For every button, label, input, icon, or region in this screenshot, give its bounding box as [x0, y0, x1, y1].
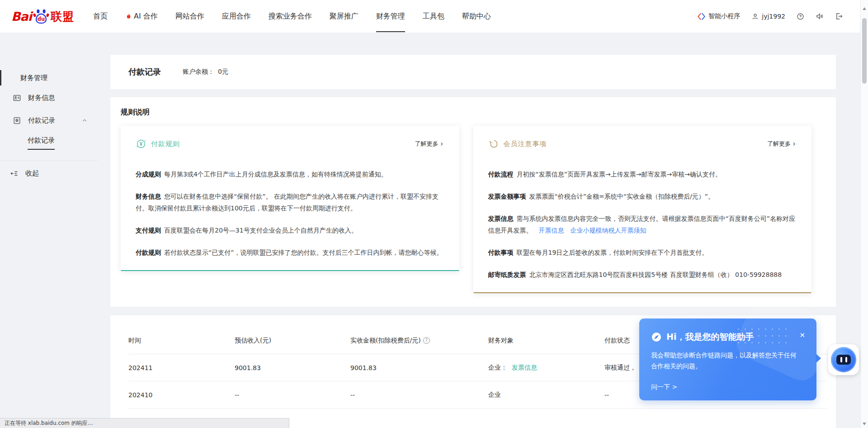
rule-text: 北京市海淀区西北旺东路10号院百度科技园5号楼 百度联盟财务组（收） 010-5… — [529, 271, 782, 278]
member-notice-more-link[interactable]: 了解更多› — [767, 140, 796, 148]
nav-finance-management[interactable]: 财务管理 — [376, 0, 405, 33]
collapse-icon — [10, 169, 19, 178]
invoice-info-link[interactable]: 开票信息 — [539, 227, 564, 234]
rules-section: 规则说明 付款规则 了解更多› — [110, 97, 836, 307]
browser-status-bar: 正在等待 xlab.baidu.com 的响应... — [0, 418, 289, 428]
member-notice-title: 会员注意事项 — [504, 140, 547, 148]
question-circle-icon[interactable]: ? — [423, 337, 430, 344]
rule-text: 联盟在每月19日之后签收的发票，付款时间安排在下个月首批支付。 — [517, 249, 708, 256]
sidebar-item-payment-records[interactable]: 付款记录 — [0, 109, 110, 132]
logo-text-bai: Bai — [11, 10, 32, 24]
baidu-union-logo[interactable]: Bai du 联盟 — [11, 0, 74, 33]
top-nav: Bai du 联盟 首页 AI 合作 网站合作 — [0, 0, 868, 33]
payment-rules-card: 付款规则 了解更多› 分成规则每月第3或4个工作日产出上月分成信息及发票信息，如… — [121, 126, 459, 271]
cell-finance-object: 企业： 发票信息 — [488, 364, 604, 372]
baidu-paw-icon: du — [33, 8, 50, 25]
chevron-up-icon — [81, 117, 88, 124]
sidebar-item-finance-info[interactable]: 财务信息 — [0, 86, 110, 109]
payment-rules-more-link[interactable]: 了解更多› — [415, 140, 443, 148]
scrollbar-thumb[interactable] — [862, 18, 867, 84]
nav-juping[interactable]: 聚屏推广 — [330, 0, 359, 33]
rule-paragraph: 发票信息需与系统内发票信息内容完全一致，否则无法支付。请根据发票信息页面中“百度… — [488, 213, 797, 236]
nav-right: 智能小程序 jyj1992 — [697, 0, 843, 33]
robot-eye — [845, 357, 847, 362]
rule-label: 付款流程 — [488, 171, 514, 178]
sidebar-section-label: 财务管理 — [20, 74, 47, 82]
balance-value: 0元 — [218, 68, 228, 75]
robot-ball — [831, 347, 856, 372]
robot-eye — [840, 357, 842, 362]
sidebar-section-finance[interactable]: 财务管理 — [0, 69, 110, 86]
scroll-up-icon[interactable] — [863, 7, 866, 10]
sidebar-subitem-label: 付款记录 — [28, 136, 55, 150]
nav-help-center[interactable]: 帮助中心 — [462, 0, 491, 33]
entity-label: 企业： — [488, 364, 507, 372]
scroll-down-icon[interactable] — [863, 423, 866, 425]
nav-ai-coop-label: AI 合作 — [134, 12, 158, 21]
rule-paragraph: 邮寄纸质发票北京市海淀区西北旺东路10号院百度科技园5号楼 百度联盟财务组（收）… — [488, 269, 797, 281]
rule-paragraph: 发票金额事项发票票面“价税合计”金额=系统中“实收金额（扣除税费后/元）”。 — [488, 190, 797, 202]
member-notice-card: 会员注意事项 了解更多› 付款流程月初按“发票信息”页面开具发票→上传发票→邮寄… — [473, 126, 812, 293]
logout-icon[interactable] — [835, 12, 843, 20]
username-label: jyj1992 — [762, 13, 785, 20]
col-estimated-income: 预估收入(元) — [235, 337, 350, 345]
sidebar-subitem-payment-records[interactable]: 付款记录 — [0, 132, 110, 154]
rule-paragraph: 付款规则若付款状态显示“已支付”，说明联盟已安排了您的付款。支付后三个工作日内到… — [136, 247, 444, 258]
payment-records-header-card: 付款记录 账户余额：0元 — [110, 55, 836, 89]
sound-icon[interactable] — [816, 12, 824, 20]
sidebar-collapse-label: 收起 — [25, 169, 39, 178]
user-entry[interactable]: jyj1992 — [751, 13, 785, 20]
more-label: 了解更多 — [415, 140, 438, 148]
page: Bai du 联盟 首页 AI 合作 网站合作 — [0, 0, 868, 428]
cell-time: 202411 — [128, 364, 235, 371]
sidebar-item-finance-info-label: 财务信息 — [28, 94, 110, 102]
col-time: 时间 — [128, 337, 235, 345]
user-icon — [751, 13, 759, 20]
miniapp-entry[interactable]: 智能小程序 — [697, 12, 740, 21]
more-label: 了解更多 — [767, 140, 791, 148]
nav-search-coop[interactable]: 搜索业务合作 — [269, 0, 312, 33]
rule-paragraph: 付款流程月初按“发票信息”页面开具发票→上传发票→邮寄发票→审核→确认支付。 — [488, 168, 797, 180]
status-text: 正在等待 xlab.baidu.com 的响应... — [5, 419, 93, 427]
sidebar: 财务管理 财务信息 付款记录 付款记录 — [0, 33, 110, 428]
scrollbar[interactable] — [860, 0, 868, 428]
cell-actual: -- — [350, 391, 488, 399]
popup-arrow — [816, 354, 821, 363]
assistant-greeting: Hi，我是您的智能助手 — [666, 331, 754, 343]
nav-app-coop[interactable]: 应用合作 — [222, 0, 251, 33]
help-icon[interactable] — [797, 13, 804, 20]
rule-label: 分成规则 — [136, 171, 161, 178]
payment-rules-title: 付款规则 — [151, 140, 180, 148]
nav-website-coop[interactable]: 网站合作 — [175, 0, 204, 33]
member-icon — [488, 138, 499, 149]
invoice-info-table-link[interactable]: 发票信息 — [512, 364, 537, 372]
nav-home[interactable]: 首页 — [93, 0, 108, 33]
rule-text: 发票票面“价税合计”金额=系统中“实收金额（扣除税费后/元）”。 — [529, 193, 714, 200]
payment-records-icon — [13, 116, 21, 125]
ask-now-link[interactable]: 问一下 > — [651, 383, 677, 391]
cell-finance-object: 企业 — [488, 391, 604, 399]
rule-paragraph: 财务信息您可以在财务信息中选择“保留付款”。 在此期间您产生的收入将在账户内进行… — [136, 190, 444, 214]
small-taxpayer-notice-link[interactable]: 企业小规模纳税人开票须知 — [571, 227, 646, 234]
rule-label: 邮寄纸质发票 — [488, 271, 526, 278]
nav-toolkit[interactable]: 工具包 — [423, 0, 444, 33]
svg-text:du: du — [38, 16, 45, 22]
rule-text: 百度联盟会在每月20号—31号支付企业会员上个自然月产生的收入。 — [164, 227, 358, 234]
sidebar-collapse-button[interactable]: 收起 — [0, 161, 110, 185]
nav-ai-coop[interactable]: AI 合作 — [125, 0, 158, 33]
close-icon[interactable]: ✕ — [799, 332, 805, 339]
rule-text: 每月第3或4个工作日产出上月分成信息及发票信息，如有特殊情况将提前通知。 — [164, 171, 387, 178]
rule-paragraph: 付款事项联盟在每月19日之后签收的发票，付款时间安排在下个月首批支付。 — [488, 247, 797, 258]
chevron-right-icon: › — [439, 140, 443, 148]
rule-label: 发票信息 — [488, 215, 514, 222]
rule-label: 发票金额事项 — [488, 193, 526, 200]
robot-avatar[interactable] — [828, 344, 859, 375]
sidebar-item-payment-records-label: 付款记录 — [28, 116, 75, 125]
cell-time: 202410 — [128, 391, 235, 399]
page-title: 付款记录 — [128, 67, 161, 77]
cell-estimated: 9001.83 — [235, 364, 350, 371]
miniapp-icon — [697, 12, 706, 21]
cell-estimated: -- — [235, 391, 350, 399]
account-balance: 账户余额：0元 — [183, 68, 228, 76]
main-nav: 首页 AI 合作 网站合作 应用合作 搜索业务合作 聚屏推广 财务管理 工具包 … — [93, 0, 697, 33]
